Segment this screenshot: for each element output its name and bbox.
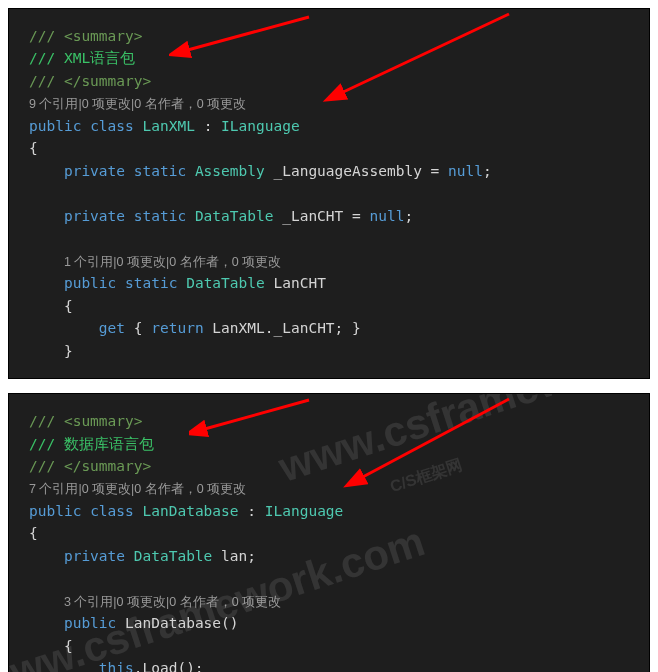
kw-static: static — [125, 275, 177, 291]
type-datatable: DataTable — [186, 275, 265, 291]
doc-summary-open: /// <summary> — [29, 413, 143, 429]
codelens-1[interactable]: 7 个引用|0 项更改|0 名作者，0 项更改 — [29, 482, 246, 496]
brace: } — [64, 343, 73, 359]
type-datatable: DataTable — [134, 548, 213, 564]
kw-get: get — [99, 320, 125, 336]
expr: _LanCHT; } — [273, 320, 360, 336]
colon: : — [195, 118, 221, 134]
brace: { — [29, 140, 38, 156]
code-block-2: www.csframework.com www.csframework.com … — [8, 393, 650, 672]
kw-public: public — [29, 118, 81, 134]
class-name: LanDatabase — [143, 503, 239, 519]
code-content-2[interactable]: /// <summary> /// 数据库语言包 /// </summary> … — [29, 410, 629, 672]
semi: ; — [483, 163, 492, 179]
kw-private: private — [64, 163, 125, 179]
brace: { — [125, 320, 151, 336]
code-block-1: /// <summary> /// XML语言包 /// </summary> … — [8, 8, 650, 379]
doc-summary-close: /// </summary> — [29, 458, 151, 474]
kw-public: public — [64, 615, 116, 631]
brace: { — [64, 298, 73, 314]
brace: { — [64, 638, 73, 654]
colon: : — [239, 503, 265, 519]
kw-null: null — [370, 208, 405, 224]
interface-name: ILanguage — [265, 503, 344, 519]
codelens-2[interactable]: 3 个引用|0 项更改|0 名作者，0 项更改 — [64, 595, 281, 609]
ctor-name: LanDatabase() — [116, 615, 238, 631]
kw-private: private — [64, 548, 125, 564]
field-name: _LanCHT = — [273, 208, 369, 224]
brace: { — [29, 525, 38, 541]
class-name: LanXML — [143, 118, 195, 134]
codelens-1[interactable]: 9 个引用|0 项更改|0 名作者，0 项更改 — [29, 97, 246, 111]
code-content-1[interactable]: /// <summary> /// XML语言包 /// </summary> … — [29, 25, 629, 362]
semi: ; — [404, 208, 413, 224]
doc-summary-body: /// 数据库语言包 — [29, 436, 154, 452]
kw-static: static — [134, 208, 186, 224]
kw-static: static — [134, 163, 186, 179]
kw-return: return — [151, 320, 203, 336]
field-name: lan; — [212, 548, 256, 564]
kw-null: null — [448, 163, 483, 179]
prop-name: LanCHT — [265, 275, 326, 291]
kw-public: public — [64, 275, 116, 291]
doc-summary-body: /// XML语言包 — [29, 50, 135, 66]
kw-public: public — [29, 503, 81, 519]
kw-this: this — [99, 660, 134, 672]
ctor-body: .Load(); — [134, 660, 204, 672]
interface-name: ILanguage — [221, 118, 300, 134]
type-datatable: DataTable — [195, 208, 274, 224]
type-assembly: Assembly — [195, 163, 265, 179]
kw-class: class — [90, 118, 134, 134]
expr: LanXML. — [204, 320, 274, 336]
kw-private: private — [64, 208, 125, 224]
kw-class: class — [90, 503, 134, 519]
doc-summary-close: /// </summary> — [29, 73, 151, 89]
codelens-2[interactable]: 1 个引用|0 项更改|0 名作者，0 项更改 — [64, 255, 281, 269]
doc-summary-open: /// <summary> — [29, 28, 143, 44]
field-name: _LanguageAssembly = — [265, 163, 448, 179]
